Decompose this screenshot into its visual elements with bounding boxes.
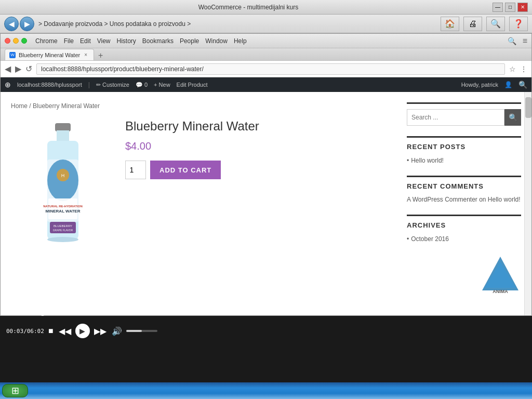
volume-button[interactable]: 🔊 <box>111 325 123 337</box>
sidebar-search-button[interactable]: 🔍 <box>504 109 521 126</box>
recent-comments-section: RECENT COMMENTS A WordPress Commenter on… <box>407 176 521 204</box>
comment-post-link[interactable]: Hello world! <box>488 196 521 203</box>
svg-marker-15 <box>485 262 516 288</box>
menu-people[interactable]: People <box>180 37 199 45</box>
volume-slider[interactable] <box>126 330 157 332</box>
anima-logo-area: ANIMA <box>407 254 521 296</box>
sidebar-search-input[interactable] <box>407 109 504 126</box>
archive-link[interactable]: October 2016 <box>411 235 449 243</box>
wp-edit-product-link[interactable]: Edit Product <box>177 82 208 88</box>
time-display: 00:03/06:02 <box>6 328 44 335</box>
browser-search-icon[interactable]: 🔍 <box>508 37 516 45</box>
browser-back-button[interactable]: ◀ <box>5 64 11 74</box>
play-pause-button[interactable]: ▶ <box>75 324 90 338</box>
search-row: 🔍 <box>407 109 521 126</box>
start-button[interactable]: ⊞ <box>2 384 28 397</box>
back-button[interactable]: ◀ <box>4 17 19 31</box>
menu-view[interactable]: View <box>97 37 111 45</box>
print-icon[interactable]: 🖨 <box>463 17 482 31</box>
comment-author-link[interactable]: A WordPress Commenter <box>407 196 477 203</box>
wp-site-link[interactable]: localhost:8888/hplussport <box>17 82 82 88</box>
wp-logo-icon: ⊕ <box>5 81 11 89</box>
search-icon[interactable]: 🔍 <box>486 17 505 31</box>
menu-chrome[interactable]: Chrome <box>35 37 58 45</box>
menu-bookmarks[interactable]: Bookmarks <box>142 37 174 45</box>
close-button[interactable]: ✕ <box>517 3 528 12</box>
product-price: $4.00 <box>125 140 396 152</box>
video-player-container: 00:03/06:02 ■ ◀◀ ▶ ▶▶ 🔊 <box>0 316 532 342</box>
svg-point-13 <box>47 237 78 242</box>
mac-close-button[interactable] <box>5 38 10 44</box>
scrollbar-thumb[interactable] <box>525 97 531 118</box>
recent-posts-list: Hello world! <box>407 156 521 165</box>
tab-favicon: W <box>9 52 16 58</box>
fast-forward-button[interactable]: ▶▶ <box>93 325 108 337</box>
rewind-button[interactable]: ◀◀ <box>58 325 72 337</box>
svg-text:MINERAL WATER: MINERAL WATER <box>46 209 81 214</box>
time-current: 00:03 <box>6 328 23 335</box>
svg-text:ANIMA: ANIMA <box>493 289 508 294</box>
sidebar: 🔍 RECENT POSTS Hello world! RECENT COMME… <box>407 102 521 305</box>
player-controls: 00:03/06:02 ■ ◀◀ ▶ ▶▶ 🔊 <box>6 324 526 338</box>
product-image-wrap: NATURAL RE-HYDRATION MINERAL WATER BLUEB… <box>11 118 115 263</box>
svg-text:GRAPE FLAVOR: GRAPE FLAVOR <box>53 229 73 232</box>
home-icon[interactable]: 🏠 <box>441 17 459 31</box>
wp-comments-link[interactable]: 💬 0 <box>136 82 148 88</box>
breadcrumb: Home / Blueberry Mineral Water <box>11 102 396 110</box>
menu-file[interactable]: File <box>64 37 74 45</box>
wp-howdy-text: Howdy, patrick <box>461 82 498 88</box>
minimize-button[interactable]: — <box>493 3 503 12</box>
recent-post-item: Hello world! <box>407 156 521 165</box>
mac-window-controls <box>5 38 27 44</box>
recent-posts-section: RECENT POSTS Hello world! <box>407 136 521 165</box>
browser-window: Chrome File Edit View History Bookmarks … <box>0 33 532 316</box>
add-to-cart-row: ADD TO CART <box>125 161 396 179</box>
menu-window[interactable]: Window <box>205 37 228 45</box>
wp-search-icon[interactable]: 🔍 <box>518 81 527 89</box>
window-titlebar: WooCommerce - multimedijalni kurs — □ ✕ <box>0 0 532 15</box>
breadcrumb-home-link[interactable]: Home <box>11 102 28 110</box>
product-image: NATURAL RE-HYDRATION MINERAL WATER BLUEB… <box>34 118 91 263</box>
nav-bar: ◀ ▶ > Dodavanje proizvoda > Unos podatak… <box>0 15 532 33</box>
content-inner: Home / Blueberry Mineral Water <box>1 92 531 315</box>
tab-close-button[interactable]: × <box>84 52 87 58</box>
address-input[interactable] <box>36 63 505 75</box>
window-controls: — □ ✕ <box>493 3 528 12</box>
menu-edit[interactable]: Edit <box>80 37 91 45</box>
help-icon[interactable]: ❓ <box>509 17 528 31</box>
volume-fill <box>126 330 142 332</box>
page-content: Home / Blueberry Mineral Water <box>1 92 531 315</box>
new-tab-button[interactable]: + <box>96 51 105 60</box>
comment-on-text: on <box>479 196 488 203</box>
browser-tab[interactable]: W Blueberry Mineral Water × <box>5 49 94 60</box>
browser-forward-button[interactable]: ▶ <box>15 64 21 74</box>
taskbar: ⊞ <box>0 382 532 399</box>
breadcrumb-current: Blueberry Mineral Water <box>33 102 100 110</box>
mac-minimize-button[interactable] <box>13 38 19 44</box>
svg-text:BLUEBERRY: BLUEBERRY <box>54 224 72 228</box>
more-options-icon[interactable]: ⋮ <box>520 65 527 73</box>
menu-help[interactable]: Help <box>234 37 247 45</box>
wp-admin-bar: ⊕ localhost:8888/hplussport | ✏ Customiz… <box>1 77 531 92</box>
maximize-button[interactable]: □ <box>505 3 515 12</box>
recent-comments-title: RECENT COMMENTS <box>407 182 521 190</box>
mac-maximize-button[interactable] <box>21 38 27 44</box>
svg-text:NATURAL RE-HYDRATION: NATURAL RE-HYDRATION <box>43 205 83 208</box>
menu-history[interactable]: History <box>117 37 136 45</box>
forward-button[interactable]: ▶ <box>20 17 34 31</box>
product-area: NATURAL RE-HYDRATION MINERAL WATER BLUEB… <box>11 118 396 263</box>
scrollbar[interactable] <box>524 92 531 315</box>
nav-arrows: ◀ ▶ <box>4 17 34 31</box>
archive-item: October 2016 <box>407 234 521 244</box>
wp-customize-link[interactable]: ✏ Customize <box>96 82 129 88</box>
add-to-cart-button[interactable]: ADD TO CART <box>150 161 221 179</box>
quantity-input[interactable] <box>125 161 146 179</box>
recent-post-link[interactable]: Hello world! <box>411 157 444 164</box>
stop-button[interactable]: ■ <box>47 325 55 337</box>
archives-list: October 2016 <box>407 234 521 244</box>
browser-reload-button[interactable]: ↺ <box>25 64 32 74</box>
bookmark-star-icon[interactable]: ☆ <box>509 65 516 73</box>
wp-new-link[interactable]: + New <box>154 82 170 88</box>
video-player: 00:03/06:02 ■ ◀◀ ▶ ▶▶ 🔊 <box>0 316 532 342</box>
browser-menu-icon[interactable]: ≡ <box>523 36 527 46</box>
